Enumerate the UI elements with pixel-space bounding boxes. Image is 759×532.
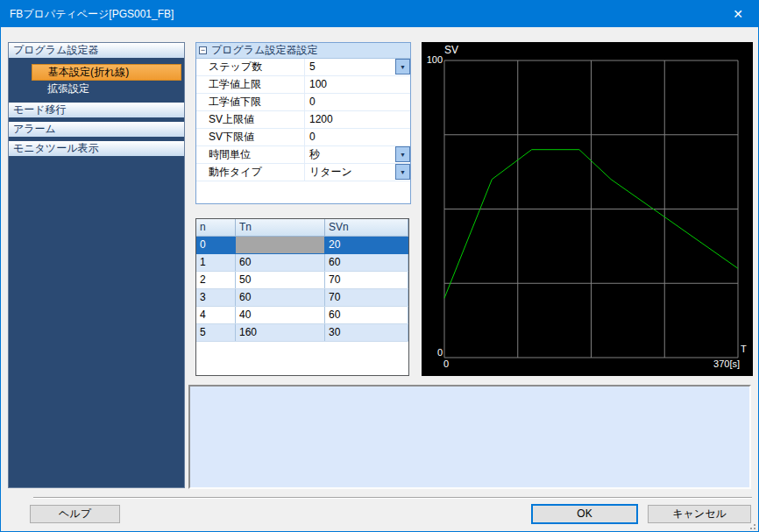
sidebar-group-mode-transition[interactable]: モード移行 xyxy=(9,103,184,118)
prop-value[interactable]: 5 xyxy=(305,59,395,75)
column-header-n[interactable]: n xyxy=(196,219,236,236)
prop-value[interactable]: 100 xyxy=(305,76,410,93)
cell-svn[interactable]: 20 xyxy=(325,237,408,253)
cell-tn[interactable]: 40 xyxy=(236,307,325,323)
prop-value[interactable]: リターン xyxy=(305,164,395,181)
table-row[interactable]: 1 60 60 xyxy=(196,254,408,272)
dropdown-arrow-icon[interactable]: ▼ xyxy=(395,146,410,162)
prop-label: SV下限値 xyxy=(196,129,305,145)
cell-n[interactable]: 1 xyxy=(196,254,236,271)
prop-label: 工学値下限 xyxy=(196,94,305,110)
chart-ylabel: SV xyxy=(444,44,458,56)
description-box xyxy=(188,385,751,489)
sv-chart: SV 100 0 0 370[s] T xyxy=(422,42,753,376)
cell-tn[interactable]: 50 xyxy=(236,272,325,288)
prop-label: SV上限値 xyxy=(196,111,305,128)
cell-tn[interactable] xyxy=(236,237,325,253)
cell-n[interactable]: 5 xyxy=(196,324,236,341)
sv-chart-svg xyxy=(422,42,753,376)
chart-xmax-tick: 370[s] xyxy=(713,358,740,369)
cell-svn[interactable]: 70 xyxy=(325,272,408,288)
dropdown-arrow-icon[interactable]: ▼ xyxy=(395,164,410,180)
fb-property-dialog: { "window": { "title": "FBプロパティページ[PGS00… xyxy=(0,0,759,532)
sidebar-group-alarm[interactable]: アラーム xyxy=(9,122,184,138)
cell-svn[interactable]: 60 xyxy=(325,307,408,323)
chart-ymax-tick: 100 xyxy=(423,54,443,65)
resize-grip[interactable] xyxy=(747,524,748,526)
property-grid-header[interactable]: − プログラム設定器設定 xyxy=(196,43,410,59)
footer-separator xyxy=(33,497,752,499)
prop-row-sv-upper[interactable]: SV上限値 1200 xyxy=(196,111,410,129)
collapse-icon[interactable]: − xyxy=(199,46,207,54)
prop-label: 時間単位 xyxy=(196,146,305,163)
table-row[interactable]: 4 40 60 xyxy=(196,307,408,324)
column-header-svn[interactable]: SVn xyxy=(325,219,408,236)
prop-row-eng-upper[interactable]: 工学値上限 100 xyxy=(196,76,410,94)
table-row[interactable]: 3 60 70 xyxy=(196,289,408,307)
prop-value[interactable]: 秒 xyxy=(305,146,395,163)
close-icon[interactable]: ✕ xyxy=(718,1,758,27)
window-title: FBプロパティページ[PGS001_FB] xyxy=(1,7,174,22)
prop-label: 工学値上限 xyxy=(196,76,305,93)
prop-value[interactable]: 0 xyxy=(305,94,410,110)
chart-xmin-tick: 0 xyxy=(443,358,449,369)
cell-svn[interactable]: 70 xyxy=(325,289,408,306)
prop-label: 動作タイプ xyxy=(196,164,305,181)
ok-button[interactable]: OK xyxy=(531,504,638,524)
prop-label: ステップ数 xyxy=(196,59,305,75)
cancel-button[interactable]: キャンセル xyxy=(648,505,751,523)
table-row[interactable]: 0 20 xyxy=(196,237,408,254)
sidebar-group-program-setter[interactable]: プログラム設定器 xyxy=(9,43,184,59)
cell-svn[interactable]: 60 xyxy=(325,254,408,271)
cell-n[interactable]: 3 xyxy=(196,289,236,306)
cell-n[interactable]: 4 xyxy=(196,307,236,323)
sidebar-item-extended-settings[interactable]: 拡張設定 xyxy=(32,81,181,97)
sidebar-subarea: 基本設定(折れ線) 拡張設定 xyxy=(9,59,184,103)
cell-tn[interactable]: 60 xyxy=(236,289,325,306)
prop-row-sv-lower[interactable]: SV下限値 0 xyxy=(196,129,410,146)
cell-tn[interactable]: 60 xyxy=(236,254,325,271)
help-button[interactable]: ヘルプ xyxy=(30,505,120,523)
sidebar-group-monitor-tool[interactable]: モニタツール表示 xyxy=(9,141,184,157)
column-header-tn[interactable]: Tn xyxy=(236,219,325,236)
sidebar-item-basic-settings[interactable]: 基本設定(折れ線) xyxy=(32,64,181,81)
table-row[interactable]: 2 50 70 xyxy=(196,272,408,289)
chart-ymin-tick: 0 xyxy=(423,347,443,358)
prop-row-action-type[interactable]: 動作タイプ リターン ▼ xyxy=(196,164,410,181)
sidebar: プログラム設定器 基本設定(折れ線) 拡張設定 モード移行 アラーム モニタツー… xyxy=(8,42,185,488)
cell-svn[interactable]: 30 xyxy=(325,324,408,341)
cell-tn[interactable]: 160 xyxy=(236,324,325,341)
property-grid: − プログラム設定器設定 ステップ数 5 ▼ 工学値上限 100 工学値下限 0… xyxy=(195,42,411,204)
cell-n[interactable]: 2 xyxy=(196,272,236,288)
step-table: n Tn SVn 0 20 1 60 60 2 50 70 3 60 70 4 … xyxy=(195,218,409,376)
step-table-header: n Tn SVn xyxy=(196,219,408,237)
prop-value[interactable]: 1200 xyxy=(305,111,410,128)
prop-row-eng-lower[interactable]: 工学値下限 0 xyxy=(196,94,410,111)
table-row[interactable]: 5 160 30 xyxy=(196,324,408,342)
prop-value[interactable]: 0 xyxy=(305,129,410,145)
dropdown-arrow-icon[interactable]: ▼ xyxy=(395,59,410,74)
prop-row-time-unit[interactable]: 時間単位 秒 ▼ xyxy=(196,146,410,164)
chart-xlabel: T xyxy=(741,344,747,354)
title-bar[interactable]: FBプロパティページ[PGS001_FB] ✕ xyxy=(1,1,758,27)
property-grid-title: プログラム設定器設定 xyxy=(211,43,317,58)
prop-row-step-count[interactable]: ステップ数 5 ▼ xyxy=(196,59,410,76)
cell-n[interactable]: 0 xyxy=(196,237,236,253)
